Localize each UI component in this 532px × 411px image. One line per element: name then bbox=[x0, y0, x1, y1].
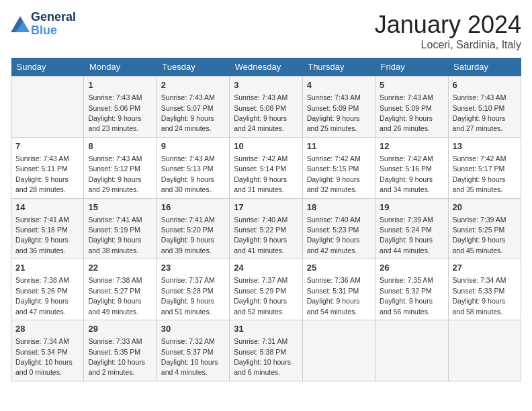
day-number: 24 bbox=[234, 262, 298, 274]
calendar-week-row: 14Sunrise: 7:41 AM Sunset: 5:18 PM Dayli… bbox=[11, 198, 521, 259]
day-info: Sunrise: 7:43 AM Sunset: 5:10 PM Dayligh… bbox=[453, 93, 506, 132]
day-info: Sunrise: 7:41 AM Sunset: 5:18 PM Dayligh… bbox=[15, 216, 69, 255]
calendar-cell: 19Sunrise: 7:39 AM Sunset: 5:24 PM Dayli… bbox=[375, 198, 448, 259]
day-number: 9 bbox=[161, 140, 225, 152]
logo: General Blue bbox=[11, 11, 76, 38]
calendar-cell: 9Sunrise: 7:43 AM Sunset: 5:13 PM Daylig… bbox=[157, 137, 229, 198]
day-number: 26 bbox=[380, 262, 443, 274]
calendar-cell bbox=[11, 77, 84, 138]
calendar-cell: 31Sunrise: 7:31 AM Sunset: 5:38 PM Dayli… bbox=[230, 320, 302, 381]
day-info: Sunrise: 7:37 AM Sunset: 5:28 PM Dayligh… bbox=[161, 276, 215, 315]
day-number: 21 bbox=[15, 262, 79, 274]
day-info: Sunrise: 7:43 AM Sunset: 5:11 PM Dayligh… bbox=[15, 154, 69, 193]
day-info: Sunrise: 7:34 AM Sunset: 5:34 PM Dayligh… bbox=[15, 337, 73, 376]
calendar-cell: 12Sunrise: 7:42 AM Sunset: 5:16 PM Dayli… bbox=[375, 137, 448, 198]
day-number: 12 bbox=[380, 140, 443, 152]
day-info: Sunrise: 7:37 AM Sunset: 5:29 PM Dayligh… bbox=[234, 276, 287, 315]
day-number: 5 bbox=[380, 79, 443, 91]
day-number: 30 bbox=[161, 323, 225, 335]
day-number: 3 bbox=[234, 79, 298, 91]
day-info: Sunrise: 7:40 AM Sunset: 5:23 PM Dayligh… bbox=[307, 216, 361, 255]
weekday-header: Thursday bbox=[302, 58, 375, 77]
day-number: 7 bbox=[15, 140, 79, 152]
day-info: Sunrise: 7:38 AM Sunset: 5:26 PM Dayligh… bbox=[15, 276, 69, 315]
day-number: 16 bbox=[161, 201, 225, 214]
page-header: General Blue January 2024 Loceri, Sardin… bbox=[11, 11, 521, 51]
calendar-cell: 2Sunrise: 7:43 AM Sunset: 5:07 PM Daylig… bbox=[157, 77, 229, 138]
calendar-cell: 10Sunrise: 7:42 AM Sunset: 5:14 PM Dayli… bbox=[230, 137, 302, 198]
day-info: Sunrise: 7:43 AM Sunset: 5:07 PM Dayligh… bbox=[161, 93, 215, 132]
calendar-week-row: 21Sunrise: 7:38 AM Sunset: 5:26 PM Dayli… bbox=[11, 259, 521, 320]
calendar-week-row: 28Sunrise: 7:34 AM Sunset: 5:34 PM Dayli… bbox=[11, 320, 521, 381]
day-number: 23 bbox=[161, 262, 225, 274]
day-info: Sunrise: 7:41 AM Sunset: 5:19 PM Dayligh… bbox=[88, 216, 142, 255]
logo-text: General Blue bbox=[31, 11, 76, 38]
day-number: 20 bbox=[453, 201, 517, 214]
day-number: 18 bbox=[307, 201, 371, 214]
title-block: January 2024 Loceri, Sardinia, Italy bbox=[375, 11, 521, 51]
day-info: Sunrise: 7:33 AM Sunset: 5:35 PM Dayligh… bbox=[88, 337, 145, 376]
day-info: Sunrise: 7:34 AM Sunset: 5:33 PM Dayligh… bbox=[453, 276, 506, 315]
calendar-cell: 17Sunrise: 7:40 AM Sunset: 5:22 PM Dayli… bbox=[230, 198, 302, 259]
day-info: Sunrise: 7:43 AM Sunset: 5:09 PM Dayligh… bbox=[307, 93, 361, 132]
day-info: Sunrise: 7:42 AM Sunset: 5:14 PM Dayligh… bbox=[234, 154, 287, 193]
day-info: Sunrise: 7:38 AM Sunset: 5:27 PM Dayligh… bbox=[88, 276, 142, 315]
day-number: 1 bbox=[88, 79, 152, 91]
calendar-cell: 22Sunrise: 7:38 AM Sunset: 5:27 PM Dayli… bbox=[84, 259, 157, 320]
calendar-cell bbox=[302, 320, 375, 381]
day-info: Sunrise: 7:43 AM Sunset: 5:08 PM Dayligh… bbox=[234, 93, 287, 132]
calendar-cell: 11Sunrise: 7:42 AM Sunset: 5:15 PM Dayli… bbox=[302, 137, 375, 198]
day-number: 13 bbox=[453, 140, 517, 152]
calendar-cell: 13Sunrise: 7:42 AM Sunset: 5:17 PM Dayli… bbox=[448, 137, 521, 198]
day-info: Sunrise: 7:42 AM Sunset: 5:17 PM Dayligh… bbox=[453, 154, 506, 193]
day-number: 4 bbox=[307, 79, 371, 91]
calendar-cell: 29Sunrise: 7:33 AM Sunset: 5:35 PM Dayli… bbox=[84, 320, 157, 381]
calendar-cell: 25Sunrise: 7:36 AM Sunset: 5:31 PM Dayli… bbox=[302, 259, 375, 320]
weekday-header: Saturday bbox=[448, 58, 521, 77]
weekday-header-row: SundayMondayTuesdayWednesdayThursdayFrid… bbox=[11, 58, 521, 77]
month-title: January 2024 bbox=[375, 11, 521, 39]
day-info: Sunrise: 7:43 AM Sunset: 5:09 PM Dayligh… bbox=[380, 93, 433, 132]
calendar-cell bbox=[448, 320, 521, 381]
day-number: 22 bbox=[88, 262, 152, 274]
weekday-header: Monday bbox=[84, 58, 157, 77]
weekday-header: Wednesday bbox=[230, 58, 302, 77]
weekday-header: Sunday bbox=[11, 58, 84, 77]
calendar-cell: 18Sunrise: 7:40 AM Sunset: 5:23 PM Dayli… bbox=[302, 198, 375, 259]
weekday-header: Tuesday bbox=[157, 58, 229, 77]
calendar-cell: 27Sunrise: 7:34 AM Sunset: 5:33 PM Dayli… bbox=[448, 259, 521, 320]
day-number: 2 bbox=[161, 79, 225, 91]
calendar-cell: 4Sunrise: 7:43 AM Sunset: 5:09 PM Daylig… bbox=[302, 77, 375, 138]
calendar-cell bbox=[375, 320, 448, 381]
calendar-table: SundayMondayTuesdayWednesdayThursdayFrid… bbox=[11, 58, 521, 381]
location-title: Loceri, Sardinia, Italy bbox=[375, 39, 521, 51]
day-number: 17 bbox=[234, 201, 298, 214]
calendar-cell: 16Sunrise: 7:41 AM Sunset: 5:20 PM Dayli… bbox=[157, 198, 229, 259]
calendar-cell: 8Sunrise: 7:43 AM Sunset: 5:12 PM Daylig… bbox=[84, 137, 157, 198]
day-number: 8 bbox=[88, 140, 152, 152]
day-info: Sunrise: 7:31 AM Sunset: 5:38 PM Dayligh… bbox=[234, 337, 291, 376]
day-number: 31 bbox=[234, 323, 298, 335]
logo-icon bbox=[11, 16, 30, 32]
day-info: Sunrise: 7:43 AM Sunset: 5:12 PM Dayligh… bbox=[88, 154, 142, 193]
calendar-cell: 30Sunrise: 7:32 AM Sunset: 5:37 PM Dayli… bbox=[157, 320, 229, 381]
calendar-cell: 1Sunrise: 7:43 AM Sunset: 5:06 PM Daylig… bbox=[84, 77, 157, 138]
calendar-cell: 5Sunrise: 7:43 AM Sunset: 5:09 PM Daylig… bbox=[375, 77, 448, 138]
calendar-cell: 24Sunrise: 7:37 AM Sunset: 5:29 PM Dayli… bbox=[230, 259, 302, 320]
day-number: 28 bbox=[15, 323, 79, 335]
day-info: Sunrise: 7:41 AM Sunset: 5:20 PM Dayligh… bbox=[161, 216, 215, 255]
calendar-cell: 28Sunrise: 7:34 AM Sunset: 5:34 PM Dayli… bbox=[11, 320, 84, 381]
day-number: 10 bbox=[234, 140, 298, 152]
calendar-cell: 14Sunrise: 7:41 AM Sunset: 5:18 PM Dayli… bbox=[11, 198, 84, 259]
day-info: Sunrise: 7:39 AM Sunset: 5:24 PM Dayligh… bbox=[380, 216, 433, 255]
calendar-cell: 21Sunrise: 7:38 AM Sunset: 5:26 PM Dayli… bbox=[11, 259, 84, 320]
calendar-week-row: 7Sunrise: 7:43 AM Sunset: 5:11 PM Daylig… bbox=[11, 137, 521, 198]
calendar-cell: 23Sunrise: 7:37 AM Sunset: 5:28 PM Dayli… bbox=[157, 259, 229, 320]
day-info: Sunrise: 7:36 AM Sunset: 5:31 PM Dayligh… bbox=[307, 276, 361, 315]
day-info: Sunrise: 7:32 AM Sunset: 5:37 PM Dayligh… bbox=[161, 337, 218, 376]
day-info: Sunrise: 7:40 AM Sunset: 5:22 PM Dayligh… bbox=[234, 216, 287, 255]
day-number: 11 bbox=[307, 140, 371, 152]
day-number: 29 bbox=[88, 323, 152, 335]
day-number: 14 bbox=[15, 201, 79, 214]
day-number: 15 bbox=[88, 201, 152, 214]
